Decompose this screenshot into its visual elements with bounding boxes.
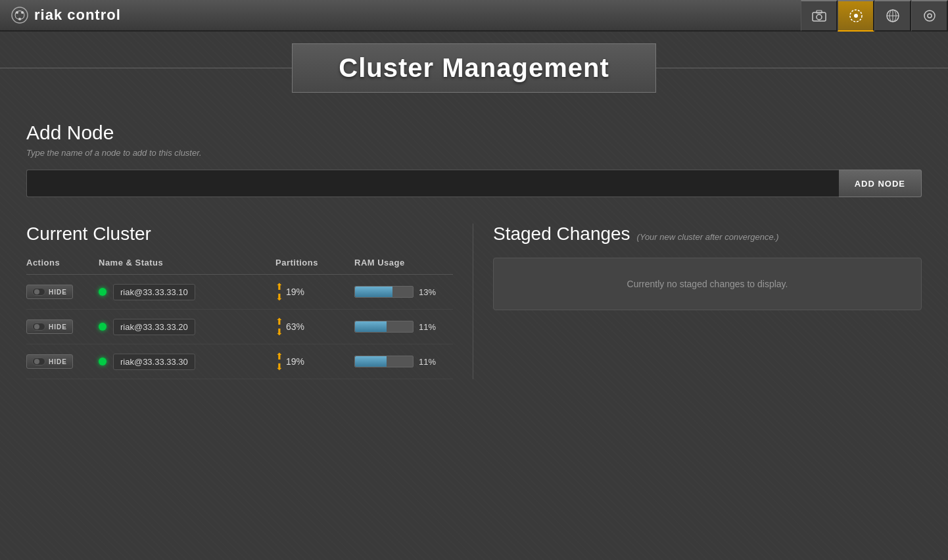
partition-arrow: ⬆⬇ xyxy=(275,351,283,372)
partition-arrow: ⬆⬇ xyxy=(275,281,283,302)
add-node-button[interactable]: ADD NODE xyxy=(839,170,922,197)
staged-changes-col: Staged Changes (Your new cluster after c… xyxy=(473,223,922,379)
ram-pct: 11% xyxy=(419,357,436,367)
svg-point-1 xyxy=(16,11,18,14)
ram-pct: 13% xyxy=(419,287,436,297)
col-ram-header: RAM Usage xyxy=(354,258,453,268)
name-cell: riak@33.33.33.10 xyxy=(99,284,275,300)
partition-pct: 19% xyxy=(286,356,304,367)
hide-button[interactable]: HIDE xyxy=(26,319,73,334)
status-dot xyxy=(99,323,107,331)
partition-arrow: ⬆⬇ xyxy=(275,316,283,337)
title-line-left xyxy=(0,68,292,68)
current-cluster-heading: Current Cluster xyxy=(26,223,453,245)
add-node-row: ADD NODE xyxy=(26,170,922,197)
partition-pct: 63% xyxy=(286,321,304,332)
ram-bar-container xyxy=(354,286,414,298)
svg-point-5 xyxy=(817,14,822,20)
svg-point-2 xyxy=(21,11,24,14)
staged-heading-row: Staged Changes (Your new cluster after c… xyxy=(493,223,922,245)
main-content: Cluster Management Add Node Type the nam… xyxy=(0,32,948,560)
toggle-icon xyxy=(32,288,45,296)
nav-camera-button[interactable] xyxy=(801,0,838,32)
partition-pct: 19% xyxy=(286,287,304,297)
ram-cell: 13% xyxy=(354,286,453,298)
ram-bar-fill xyxy=(355,356,387,367)
table-row: HIDE riak@33.33.33.10 ⬆⬇ 19% 13% xyxy=(26,275,453,310)
hide-label: HIDE xyxy=(49,358,67,365)
bottom-columns: Current Cluster Actions Name & Status Pa… xyxy=(26,223,922,379)
status-dot xyxy=(99,358,107,365)
toggle-icon xyxy=(32,323,45,331)
add-node-heading: Add Node xyxy=(26,122,922,144)
status-dot xyxy=(99,288,107,296)
current-cluster-col: Current Cluster Actions Name & Status Pa… xyxy=(26,223,473,379)
svg-point-0 xyxy=(12,7,28,23)
cluster-rows: HIDE riak@33.33.33.10 ⬆⬇ 19% 13% xyxy=(26,275,453,379)
page-title-wrapper: Cluster Management xyxy=(0,32,948,102)
add-node-subtext: Type the name of a node to add to this c… xyxy=(26,148,922,158)
cluster-icon xyxy=(849,9,863,23)
name-cell: riak@33.33.33.30 xyxy=(99,354,275,370)
ram-bar-fill xyxy=(355,321,387,332)
node-name: riak@33.33.33.30 xyxy=(113,354,195,370)
partitions-cell: ⬆⬇ 19% xyxy=(275,351,354,372)
actions-cell: HIDE xyxy=(26,319,99,334)
col-partitions-header: Partitions xyxy=(275,258,354,268)
hide-label: HIDE xyxy=(49,323,67,331)
camera-icon xyxy=(812,10,826,22)
nav-cluster-button[interactable] xyxy=(838,0,874,32)
hide-button[interactable]: HIDE xyxy=(26,285,73,299)
title-line-right xyxy=(656,68,948,68)
staged-changes-heading: Staged Changes xyxy=(493,223,630,245)
node-name: riak@33.33.33.20 xyxy=(113,319,195,335)
add-node-input[interactable] xyxy=(26,170,839,197)
ram-cell: 11% xyxy=(354,321,453,333)
table-row: HIDE riak@33.33.33.30 ⬆⬇ 19% 11% xyxy=(26,344,453,379)
nodes-icon xyxy=(886,9,900,23)
ram-bar-container xyxy=(354,321,414,333)
partitions-cell: ⬆⬇ 63% xyxy=(275,316,354,337)
power-icon xyxy=(923,9,936,22)
svg-point-14 xyxy=(928,14,932,18)
toggle-icon xyxy=(32,358,45,365)
table-row: HIDE riak@33.33.33.20 ⬆⬇ 63% 11% xyxy=(26,310,453,344)
col-name-header: Name & Status xyxy=(99,258,275,268)
content-body: Add Node Type the name of a node to add … xyxy=(0,102,948,399)
partitions-cell: ⬆⬇ 19% xyxy=(275,281,354,302)
logo-area: riak control xyxy=(11,6,121,24)
add-node-section: Add Node Type the name of a node to add … xyxy=(26,122,922,197)
svg-point-13 xyxy=(924,11,935,21)
staged-changes-subtext: (Your new cluster after convergence.) xyxy=(637,232,779,242)
page-title-box: Cluster Management xyxy=(292,43,655,93)
nav-power-button[interactable] xyxy=(911,0,948,32)
actions-cell: HIDE xyxy=(26,285,99,299)
top-nav: riak control xyxy=(0,0,948,32)
hide-label: HIDE xyxy=(49,289,67,296)
page-title: Cluster Management xyxy=(339,53,609,83)
actions-cell: HIDE xyxy=(26,354,99,369)
hide-button[interactable]: HIDE xyxy=(26,354,73,369)
svg-point-8 xyxy=(854,14,858,18)
app-title: riak control xyxy=(34,7,121,24)
nav-nodes-button[interactable] xyxy=(874,0,911,32)
cluster-table-header: Actions Name & Status Partitions RAM Usa… xyxy=(26,258,453,275)
nav-icons xyxy=(801,0,948,32)
riak-logo-icon xyxy=(11,6,29,24)
ram-pct: 11% xyxy=(419,322,436,332)
ram-cell: 11% xyxy=(354,356,453,367)
staged-empty-message: Currently no staged changes to display. xyxy=(493,258,922,310)
name-cell: riak@33.33.33.20 xyxy=(99,319,275,335)
node-name: riak@33.33.33.10 xyxy=(113,284,195,300)
col-actions-header: Actions xyxy=(26,258,99,268)
ram-bar-container xyxy=(354,356,414,367)
svg-point-3 xyxy=(18,18,21,20)
ram-bar-fill xyxy=(355,287,392,297)
